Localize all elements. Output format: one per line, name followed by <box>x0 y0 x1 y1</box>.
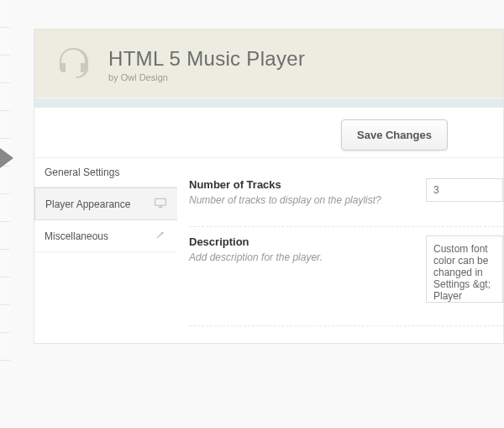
sidebar-item-general[interactable]: General Settings <box>34 158 177 188</box>
field-title: Number of Tracks <box>189 178 407 191</box>
settings-sidebar: General Settings Player Appearance Misce… <box>34 158 177 343</box>
field-description: Description Add description for the play… <box>189 227 503 326</box>
field-help: Number of tracks to display on the playl… <box>189 194 407 206</box>
settings-content: Number of Tracks Number of tracks to dis… <box>177 158 503 343</box>
page-byline: by Owl Design <box>108 72 305 82</box>
field-title: Description <box>189 235 407 248</box>
save-button[interactable]: Save Changes <box>341 119 448 151</box>
page-title: HTML 5 Music Player <box>108 47 305 71</box>
toolbar: Save Changes <box>34 108 503 158</box>
headset-icon <box>53 43 93 86</box>
sidebar-item-label: General Settings <box>45 166 119 178</box>
field-help: Add description for the player. <box>189 251 407 263</box>
panel-header: HTML 5 Music Player by Owl Design <box>34 29 503 98</box>
wrench-icon <box>154 229 167 243</box>
accent-bar <box>34 98 503 108</box>
description-textarea[interactable] <box>426 235 503 303</box>
tracks-input[interactable] <box>426 178 503 202</box>
field-tracks: Number of Tracks Number of tracks to dis… <box>189 170 503 227</box>
svg-rect-0 <box>155 198 166 205</box>
sidebar-item-misc[interactable]: Miscellaneous <box>34 220 177 252</box>
monitor-icon <box>154 197 167 211</box>
settings-panel: HTML 5 Music Player by Owl Design Save C… <box>34 29 504 344</box>
sidebar-item-label: Player Appearance <box>45 198 130 210</box>
sidebar-item-appearance[interactable]: Player Appearance <box>34 188 177 220</box>
wp-admin-rail <box>0 0 10 428</box>
sidebar-item-label: Miscellaneous <box>45 230 108 242</box>
